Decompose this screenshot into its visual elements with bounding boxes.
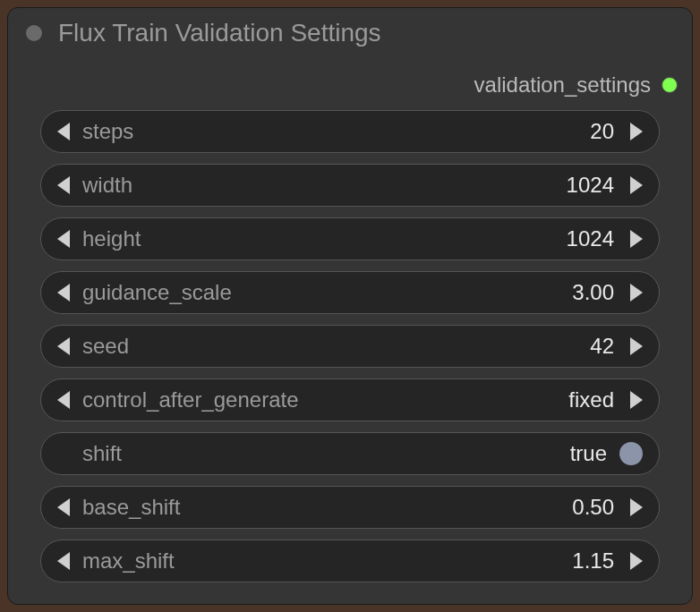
param-base-shift[interactable]: base_shift 0.50 <box>40 486 660 529</box>
param-value[interactable]: 42 <box>590 334 614 359</box>
output-label: validation_settings <box>474 72 651 98</box>
decrement-icon[interactable] <box>57 391 70 409</box>
param-label: base_shift <box>82 495 572 520</box>
increment-icon[interactable] <box>630 123 643 140</box>
param-label: max_shift <box>82 548 572 574</box>
param-value: true <box>570 441 607 466</box>
param-label: width <box>82 173 567 198</box>
increment-icon[interactable] <box>630 176 643 194</box>
param-label: seed <box>82 334 590 359</box>
param-value[interactable]: 1024 <box>567 173 614 198</box>
param-height[interactable]: height 1024 <box>40 217 660 260</box>
node-title: Flux Train Validation Settings <box>58 19 381 47</box>
increment-icon[interactable] <box>630 391 643 409</box>
increment-icon[interactable] <box>630 552 643 570</box>
param-label: guidance_scale <box>82 280 572 305</box>
decrement-icon[interactable] <box>57 230 70 248</box>
increment-icon[interactable] <box>630 284 643 302</box>
param-value[interactable]: 20 <box>590 119 614 144</box>
decrement-icon[interactable] <box>57 498 70 516</box>
output-row: validation_settings <box>8 56 692 110</box>
increment-icon[interactable] <box>630 498 643 516</box>
decrement-icon[interactable] <box>57 337 70 355</box>
param-steps[interactable]: steps 20 <box>40 110 660 153</box>
param-label: shift <box>82 441 570 466</box>
param-value[interactable]: 0.50 <box>572 495 614 520</box>
param-label: height <box>82 226 567 251</box>
param-value[interactable]: 1.15 <box>572 548 614 574</box>
param-label: steps <box>82 119 590 144</box>
param-seed[interactable]: seed 42 <box>40 325 660 368</box>
flux-train-validation-node[interactable]: Flux Train Validation Settings validatio… <box>7 7 693 605</box>
toggle-icon[interactable] <box>619 442 643 465</box>
output-socket-icon[interactable] <box>662 77 678 93</box>
decrement-icon[interactable] <box>57 123 70 140</box>
param-guidance-scale[interactable]: guidance_scale 3.00 <box>40 271 660 314</box>
param-width[interactable]: width 1024 <box>40 164 660 207</box>
params-container: steps 20 width 1024 height 1024 guidance… <box>8 110 692 595</box>
increment-icon[interactable] <box>630 230 643 248</box>
node-header: Flux Train Validation Settings <box>8 8 692 56</box>
param-shift[interactable]: shift true <box>40 432 660 475</box>
param-label: control_after_generate <box>82 387 568 412</box>
decrement-icon[interactable] <box>57 552 70 570</box>
collapse-dot-icon[interactable] <box>26 25 42 41</box>
decrement-icon[interactable] <box>57 176 70 194</box>
param-control-after-generate[interactable]: control_after_generate fixed <box>40 378 660 421</box>
param-value[interactable]: 1024 <box>567 226 614 251</box>
decrement-icon[interactable] <box>57 284 70 302</box>
increment-icon[interactable] <box>630 337 643 355</box>
param-value[interactable]: 3.00 <box>572 280 614 305</box>
param-max-shift[interactable]: max_shift 1.15 <box>40 540 660 582</box>
param-value[interactable]: fixed <box>568 387 614 412</box>
